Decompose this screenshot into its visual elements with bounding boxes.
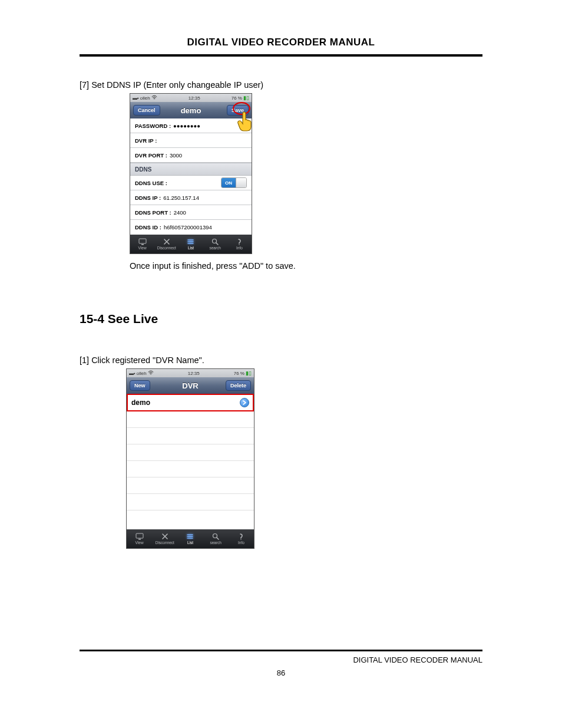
clock-label: 12:35 [188,371,200,376]
list-row-empty [127,428,254,444]
svg-rect-8 [138,539,141,540]
tab-view-label: View [138,246,147,250]
password-value: ●●●●●●●● [173,123,200,129]
delete-button[interactable]: Delete [226,380,251,391]
info-icon [237,533,244,540]
ddns-port-value: 2400 [174,209,186,216]
toggle-on-label: ON [222,178,236,187]
ddns-port-label: DDNS PORT : [135,209,171,216]
info-icon [236,238,243,245]
search-icon [212,533,219,540]
password-label: PASSWORD : [135,123,171,129]
dvr-port-label: DVR PORT : [135,152,167,159]
step-1-text: [1] Click registered "DVR Name". [80,355,482,365]
phone-mock-demo: ▬▪ olleh 12:35 76 % ▮▯ Cancel demo Save [130,93,252,254]
signal-bars-icon: ▬▪ [129,371,135,376]
svg-point-9 [187,534,188,535]
screenshot-1-container: ▬▪ olleh 12:35 76 % ▮▯ Cancel demo Save [130,93,482,271]
screenshot-2-container: ▬▪ olleh 12:35 76 % ▮▯ New DVR Delete de… [126,368,482,549]
dvr-port-value: 3000 [170,152,182,159]
tab-search[interactable]: search [203,529,229,548]
status-bar: ▬▪ olleh 12:35 76 % ▮▯ [130,94,252,102]
tab-info-label: Info [238,541,244,545]
clock-label: 12:35 [189,95,200,101]
tab-list[interactable]: List [177,529,203,548]
bottom-tab-bar: View Disconnect List search Info [127,529,254,548]
svg-point-5 [213,239,217,243]
step-7-caption: Once input is finished, press "ADD" to s… [130,261,482,271]
page-number: 86 [0,668,562,677]
chevron-right-icon [240,398,249,407]
tab-list[interactable]: List [178,235,203,253]
footer-divider [80,650,482,651]
battery-icon: ▮▯ [246,370,252,376]
ddns-port-row[interactable]: DDNS PORT : 2400 [130,205,252,220]
svg-line-6 [216,243,218,245]
list-row-empty [127,411,254,428]
svg-point-12 [213,534,217,538]
tab-view[interactable]: View [130,235,154,253]
list-icon [187,238,194,245]
dvr-item-demo[interactable]: demo [127,394,254,411]
list-row-empty [127,444,254,461]
dvr-item-name: demo [131,398,150,407]
ddns-section-header: DDNS [130,163,252,176]
svg-point-3 [187,241,189,242]
password-row[interactable]: PASSWORD : ●●●●●●●● [130,118,252,133]
search-icon [211,238,219,245]
monitor-icon [135,533,144,540]
tab-list-label: List [188,246,194,250]
tab-disconnect[interactable]: Disconnect [152,529,177,548]
ddns-ip-row[interactable]: DDNS IP : 61.250.157.14 [130,190,252,205]
section-heading-15-4: 15-4 See Live [80,312,482,326]
svg-line-13 [217,538,219,539]
tab-info[interactable]: Info [229,529,254,548]
list-row-empty [127,510,254,527]
ddns-id-label: DDNS ID : [135,224,161,230]
svg-rect-1 [141,244,144,245]
ddns-id-value: h6f6057200001394 [164,224,212,230]
dvr-port-row[interactable]: DVR PORT : 3000 [130,148,252,163]
bottom-tab-bar: View Disconnect List search Info [130,235,252,253]
tab-view[interactable]: View [127,529,152,548]
battery-percent: 76 % [232,95,242,101]
carrier-label: olleh [137,371,147,376]
ddns-use-label: DDNS USE : [135,180,167,186]
list-row-empty [127,461,254,477]
tab-search-label: search [209,246,221,250]
tab-disconnect-label: Disconnect [157,246,176,250]
tab-view-label: View [135,541,144,545]
ddns-ip-value: 61.250.157.14 [163,195,199,201]
svg-point-4 [187,243,189,244]
svg-rect-7 [136,533,143,538]
status-bar: ▬▪ olleh 12:35 76 % ▮▯ [127,369,254,377]
list-row-empty [127,494,254,510]
battery-percent: 76 % [234,371,244,376]
tab-search[interactable]: search [203,235,227,253]
cancel-button[interactable]: Cancel [133,105,160,116]
dvr-ip-row[interactable]: DVR IP : [130,133,252,148]
svg-point-11 [187,538,188,539]
disconnect-icon [163,238,170,245]
battery-indicator: 76 % ▮▯ [232,95,249,101]
nav-bar: New DVR Delete [127,377,254,394]
header-divider [80,54,482,57]
carrier-indicator: ▬▪ olleh [133,95,157,101]
tab-disconnect-label: Disconnect [156,541,174,545]
ddns-id-row[interactable]: DDNS ID : h6f6057200001394 [130,220,252,235]
ddns-use-row: DDNS USE : ON [130,176,252,190]
new-button[interactable]: New [130,380,150,391]
dvr-list: demo [127,394,254,529]
toggle-knob [236,178,246,187]
tab-info[interactable]: Info [227,235,252,253]
svg-point-2 [187,239,189,241]
ddns-ip-label: DDNS IP : [135,195,161,201]
svg-point-10 [187,536,188,537]
step-7-text: [7] Set DDNS IP (Enter only changeable I… [80,80,482,90]
wifi-icon [148,370,154,376]
list-row-empty [127,477,254,494]
svg-rect-0 [139,239,146,243]
ddns-use-toggle[interactable]: ON [221,177,247,188]
list-icon [187,533,194,540]
tab-disconnect[interactable]: Disconnect [154,235,178,253]
